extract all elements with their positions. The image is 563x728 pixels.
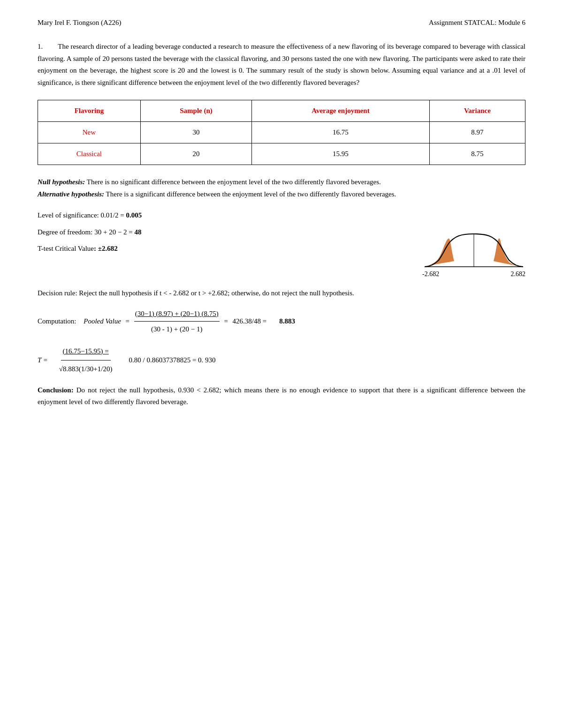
table-row: New 30 16.75 8.97 (38, 122, 525, 143)
null-label: Null hypothesis: (38, 178, 85, 186)
problem-number: 1. (38, 43, 43, 50)
problem-text: The research director of a leading bever… (38, 43, 525, 86)
pooled-numerator: (30−1) (8.97) + (20−1) (8.75) (134, 307, 220, 322)
bell-curve-chart: -2.682 2.682 (422, 210, 525, 278)
hypotheses-section: Null hypothesis: There is no significant… (38, 176, 525, 200)
pooled-value: 8.883 (279, 315, 295, 328)
bell-curve-svg (422, 210, 525, 270)
pooled-label: Pooled Value (84, 315, 121, 328)
col-avg-enjoyment: Average enjoyment (252, 100, 430, 122)
data-table: Flavoring Sample (n) Average enjoyment V… (38, 100, 525, 165)
row2-sample: 20 (140, 143, 251, 165)
t-numerator: (16.75−15.95) = (61, 344, 111, 360)
t-result: 0.80 / 0.86037378825 = 0. 930 (129, 353, 215, 368)
conclusion-section: Conclusion: Do not reject the null hypot… (38, 384, 525, 408)
header-right: Assignment STATCAL: Module 6 (429, 19, 525, 27)
page-header: Mary Irel F. Tiongson (A226) Assignment … (38, 19, 525, 27)
computation-label: Computation: (38, 315, 76, 328)
chart-labels: -2.682 2.682 (422, 270, 525, 278)
t-denominator: √8.883(1/30+1/20) (57, 360, 114, 377)
stats-left: Level of significance: 0.01/2 = 0.005 De… (38, 210, 422, 260)
table-header-row: Flavoring Sample (n) Average enjoyment V… (38, 100, 525, 122)
row1-avg: 16.75 (252, 122, 430, 143)
alt-label: Alternative hypothesis: (38, 190, 104, 198)
chart-right-label: 2.682 (511, 270, 526, 278)
pooled-value-line: Computation: Pooled Value = (30−1) (8.97… (38, 307, 525, 336)
decision-rule: Decision rule: Reject the null hypothesi… (38, 287, 525, 300)
row2-flavoring: Classical (38, 143, 141, 165)
row2-avg: 15.95 (252, 143, 430, 165)
row1-sample: 30 (140, 122, 251, 143)
t-formula-row: T = (16.75−15.95) = √8.883(1/30+1/20) 0.… (38, 344, 525, 377)
col-flavoring: Flavoring (38, 100, 141, 122)
conclusion-label: Conclusion: (38, 386, 74, 394)
row2-variance: 8.75 (429, 143, 525, 165)
alt-text: There is a significant difference betwee… (104, 190, 396, 198)
row1-flavoring: New (38, 122, 141, 143)
problem-section: 1. The research director of a leading be… (38, 41, 525, 89)
t-label: T = (38, 353, 48, 368)
row1-variance: 8.97 (429, 122, 525, 143)
chart-left-label: -2.682 (422, 270, 439, 278)
null-text: There is no significant difference betwe… (85, 178, 381, 186)
computation-section: Computation: Pooled Value = (30−1) (8.97… (38, 307, 525, 336)
degree-freedom: Degree of freedom: 30 + 20 − 2 = 48 (38, 226, 408, 239)
pooled-denominator: (30 - 1) + (20 − 1) (150, 322, 203, 336)
null-hypothesis: Null hypothesis: There is no significant… (38, 176, 525, 188)
col-variance: Variance (429, 100, 525, 122)
stats-chart-row: Level of significance: 0.01/2 = 0.005 De… (38, 210, 525, 278)
table-row: Classical 20 15.95 8.75 (38, 143, 525, 165)
conclusion-text: Do not reject the null hypothesis, 0.930… (38, 386, 525, 406)
ttest-critical: T-test Critical Value: ±2.682 (38, 243, 408, 255)
t-formula-section: T = (16.75−15.95) = √8.883(1/30+1/20) 0.… (38, 344, 525, 377)
pooled-result: 426.38/48 = (233, 315, 267, 328)
pooled-fraction: (30−1) (8.97) + (20−1) (8.75) (30 - 1) +… (134, 307, 220, 336)
t-fraction: (16.75−15.95) = √8.883(1/30+1/20) (57, 344, 114, 377)
header-left: Mary Irel F. Tiongson (A226) (38, 19, 121, 27)
col-sample: Sample (n) (140, 100, 251, 122)
alt-hypothesis: Alternative hypothesis: There is a signi… (38, 188, 525, 201)
level-significance: Level of significance: 0.01/2 = 0.005 (38, 210, 408, 222)
